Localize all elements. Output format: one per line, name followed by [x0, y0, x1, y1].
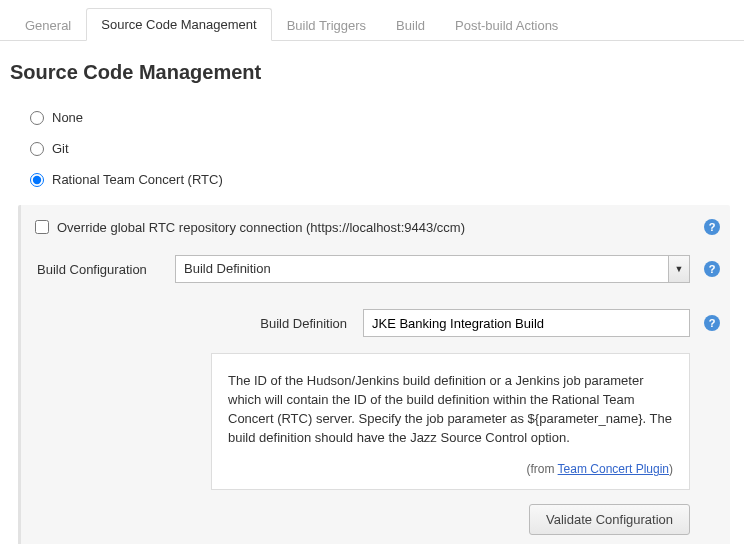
chevron-down-icon[interactable]: ▼ [668, 256, 689, 282]
config-tabs: General Source Code Management Build Tri… [0, 0, 744, 41]
scm-label-git: Git [52, 141, 69, 156]
help-icon[interactable]: ? [704, 315, 720, 331]
help-text: The ID of the Hudson/Jenkins build defin… [228, 373, 672, 445]
scm-radio-rtc[interactable] [30, 173, 44, 187]
tab-general[interactable]: General [10, 9, 86, 41]
build-def-label: Build Definition [31, 316, 355, 331]
scm-radio-git[interactable] [30, 142, 44, 156]
rtc-config-block: Override global RTC repository connectio… [18, 205, 730, 544]
help-icon[interactable]: ? [704, 219, 720, 235]
validate-button[interactable]: Validate Configuration [529, 504, 690, 535]
build-definition-input[interactable] [363, 309, 690, 337]
tab-post-build[interactable]: Post-build Actions [440, 9, 573, 41]
tab-build-triggers[interactable]: Build Triggers [272, 9, 381, 41]
plugin-link[interactable]: Team Concert Plugin [558, 462, 669, 476]
scm-label-rtc: Rational Team Concert (RTC) [52, 172, 223, 187]
override-label: Override global RTC repository connectio… [57, 220, 465, 235]
build-config-value: Build Definition [176, 256, 668, 282]
section-title: Source Code Management [10, 61, 734, 84]
scm-label-none: None [52, 110, 83, 125]
build-config-label: Build Configuration [31, 262, 167, 277]
tab-scm[interactable]: Source Code Management [86, 8, 271, 41]
scm-radio-none[interactable] [30, 111, 44, 125]
build-config-select[interactable]: Build Definition ▼ [175, 255, 690, 283]
help-icon[interactable]: ? [704, 261, 720, 277]
help-box: The ID of the Hudson/Jenkins build defin… [211, 353, 690, 490]
help-from-prefix: (from [526, 462, 557, 476]
tab-build[interactable]: Build [381, 9, 440, 41]
override-checkbox[interactable] [35, 220, 49, 234]
help-from-suffix: ) [669, 462, 673, 476]
